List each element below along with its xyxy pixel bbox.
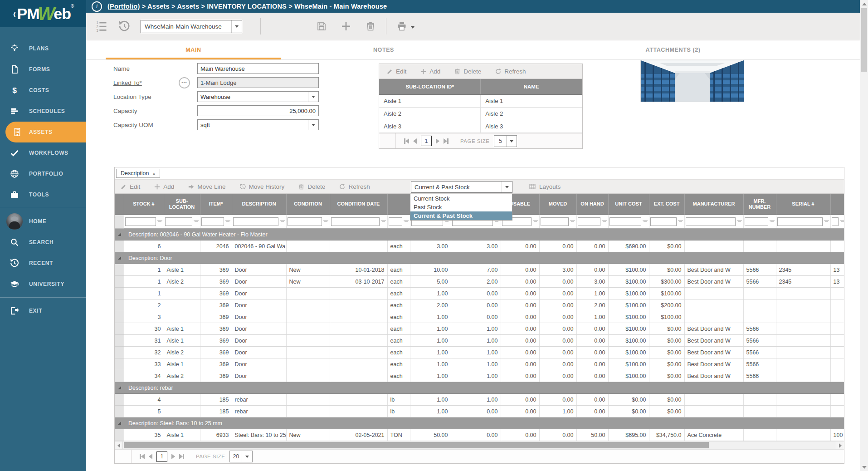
column-header[interactable]: CONDITION DATE <box>330 194 387 215</box>
row-handle[interactable] <box>115 276 124 288</box>
filter-funnel-icon[interactable] <box>570 220 575 224</box>
first-page-button[interactable] <box>140 454 145 459</box>
filter-funnel-icon[interactable] <box>824 220 829 224</box>
column-filter-input[interactable] <box>777 217 823 226</box>
row-handle[interactable] <box>115 323 124 335</box>
group-row[interactable]: Description: Steel: Bars: 10 to 25 mm <box>115 417 844 429</box>
column-header[interactable]: ON HAND <box>576 194 608 215</box>
column-header[interactable]: MANUFACTURER <box>684 194 743 215</box>
grid-refresh-button[interactable]: Refresh <box>339 183 370 190</box>
attachment-thumbnail[interactable] <box>641 60 744 102</box>
vertical-scrollbar[interactable] <box>860 0 868 471</box>
column-header[interactable]: SERIAL # <box>776 194 830 215</box>
capacity-uom-select[interactable]: sqft <box>197 119 319 130</box>
column-header[interactable]: MOVED <box>539 194 576 215</box>
column-filter-input[interactable] <box>610 217 641 226</box>
group-by-chip[interactable]: Description▲ <box>116 169 160 178</box>
table-row[interactable]: 5185rebarlb1.000.000.001.000.00$0.00$0.0… <box>115 406 844 417</box>
row-handle[interactable] <box>115 311 124 323</box>
numbered-list-icon[interactable] <box>95 20 108 33</box>
column-filter-input[interactable] <box>578 217 600 226</box>
move-history-button[interactable]: Move History <box>239 183 285 190</box>
table-row[interactable]: 1Aisle 1369DoorNew10-01-2018each10.007.0… <box>115 264 844 276</box>
horizontal-scroll-thumb[interactable] <box>124 442 709 448</box>
filter-funnel-icon[interactable] <box>678 220 683 224</box>
filter-funnel-icon[interactable] <box>157 220 163 224</box>
row-handle[interactable] <box>115 370 124 382</box>
last-page-button[interactable] <box>179 454 184 459</box>
grid-add-button[interactable]: Add <box>154 183 174 190</box>
sublocation-row[interactable]: Aisle 1Aisle 1 <box>379 95 582 108</box>
add-icon[interactable] <box>341 21 351 32</box>
previous-page-button[interactable] <box>413 138 417 144</box>
collapse-triangle-icon[interactable] <box>118 386 121 389</box>
sidebar-item-schedules[interactable]: SCHEDULES <box>0 101 86 122</box>
column-filter-input[interactable] <box>389 217 402 226</box>
sidebar-item-assets[interactable]: ASSETS <box>5 122 86 142</box>
filter-funnel-icon[interactable] <box>737 220 742 224</box>
sidebar-item-plans[interactable]: PLANS <box>0 38 86 59</box>
chevron-down-icon[interactable] <box>506 136 517 147</box>
sublocation-refresh-button[interactable]: Refresh <box>495 68 526 75</box>
table-row[interactable]: 30Aisle 1369Dooreach1.001.000.000.000.00… <box>115 323 844 335</box>
tab-main[interactable]: MAIN <box>106 40 281 59</box>
filter-funnel-icon[interactable] <box>404 220 409 224</box>
filter-funnel-icon[interactable] <box>323 220 329 224</box>
pmweb-logo[interactable]: ‹PMWeb® <box>0 0 86 27</box>
sidebar-item-forms[interactable]: FORMS <box>0 59 86 80</box>
filter-funnel-icon[interactable] <box>533 220 538 224</box>
delete-icon[interactable] <box>365 21 376 32</box>
scroll-left-icon[interactable] <box>115 442 123 449</box>
sidebar-item-exit[interactable]: EXIT <box>0 300 86 321</box>
table-row[interactable]: 1369Dooreach1.000.000.000.001.00$100.00$… <box>115 288 844 299</box>
column-filter-input[interactable] <box>165 217 192 226</box>
sublocation-col-id[interactable]: SUB-LOCATION ID* <box>379 79 481 95</box>
sidebar-item-costs[interactable]: COSTS <box>0 80 86 101</box>
chevron-down-icon[interactable] <box>308 120 318 130</box>
stock-filter-option[interactable]: Current & Past Stock <box>410 211 512 220</box>
group-row[interactable]: Description: Door <box>115 252 844 264</box>
sidebar-item-portfolio[interactable]: PORTFOLIO <box>0 163 86 184</box>
group-row[interactable]: Description: rebar <box>115 382 844 394</box>
record-history-icon[interactable] <box>118 20 131 33</box>
column-header[interactable]: UNIT COST <box>608 194 649 215</box>
stock-filter-option[interactable]: Current Stock <box>410 194 512 203</box>
row-handle[interactable] <box>115 406 124 417</box>
table-row[interactable]: 2369Dooreach2.000.000.000.002.00$100.00$… <box>115 299 844 311</box>
row-handle[interactable] <box>115 347 124 358</box>
sublocation-edit-button[interactable]: Edit <box>386 68 406 75</box>
chevron-down-icon[interactable] <box>231 20 242 33</box>
group-row[interactable]: Description: 002046 - 90 Gal Water Heate… <box>115 229 844 240</box>
save-icon[interactable] <box>316 21 327 32</box>
row-handle[interactable] <box>115 240 124 252</box>
print-options-caret-icon[interactable] <box>411 26 414 30</box>
sublocation-row[interactable]: Aisle 3Aisle 3 <box>379 120 582 133</box>
sublocation-col-name[interactable]: NAME <box>481 79 582 95</box>
current-page-box[interactable]: 1 <box>421 136 432 146</box>
filter-funnel-icon[interactable] <box>280 220 285 224</box>
table-row[interactable]: 32Aisle 2369Dooreach1.001.000.000.000.00… <box>115 347 844 358</box>
column-filter-input[interactable] <box>745 217 768 226</box>
filter-funnel-icon[interactable] <box>840 220 844 224</box>
scroll-up-icon[interactable] <box>860 0 868 8</box>
column-header[interactable]: EXT. COST <box>649 194 684 215</box>
column-header[interactable]: SUB-LOCATION <box>164 194 200 215</box>
move-line-button[interactable]: Move Line <box>188 183 225 190</box>
row-handle[interactable] <box>115 335 124 347</box>
collapse-triangle-icon[interactable] <box>118 256 121 260</box>
capacity-field[interactable] <box>197 105 319 116</box>
row-handle[interactable] <box>115 394 124 406</box>
chevron-down-icon[interactable] <box>242 451 252 462</box>
tab-notes[interactable]: NOTES <box>293 40 474 59</box>
next-page-button[interactable] <box>436 138 439 144</box>
table-row[interactable]: 35Aisle 16933Steel: Bars: 10 to 25New02-… <box>115 429 844 441</box>
row-handle[interactable] <box>115 288 124 299</box>
name-field[interactable] <box>197 63 319 74</box>
column-filter-input[interactable] <box>233 217 278 226</box>
sublocation-add-button[interactable]: Add <box>420 68 440 75</box>
collapse-triangle-icon[interactable] <box>118 422 121 425</box>
record-selector[interactable]: WhseMain-Main Warehouse <box>141 20 242 33</box>
grid-edit-button[interactable]: Edit <box>120 183 140 190</box>
collapse-triangle-icon[interactable] <box>118 233 121 236</box>
column-filter-input[interactable] <box>125 217 156 226</box>
